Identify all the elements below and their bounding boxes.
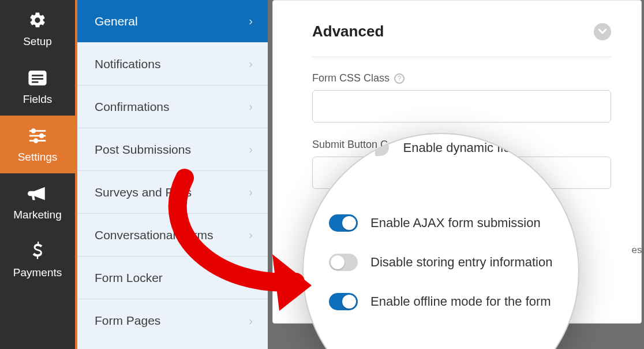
chevron-right-icon: › (249, 57, 253, 70)
nav-fields[interactable]: Fields (0, 58, 75, 116)
submenu-label: Form Pages (95, 314, 160, 328)
nav-label: Setup (23, 35, 52, 48)
sliders-icon (27, 125, 48, 146)
nav-label: Fields (23, 93, 53, 106)
nav-label: Payments (13, 266, 62, 279)
form-css-class-input[interactable] (312, 90, 611, 122)
nav-rail: Setup Fields Settings Marketing Payments (0, 0, 75, 349)
panel-title: Advanced (312, 23, 384, 40)
submenu-label: Conversational Forms (95, 228, 213, 242)
submenu-label: Form Locker (95, 271, 163, 285)
submenu-confirmations[interactable]: Confirmations › (77, 86, 268, 128)
panel-header[interactable]: Advanced (312, 23, 611, 57)
toggle-ajax[interactable] (329, 214, 358, 232)
chevron-right-icon: › (249, 314, 253, 328)
chevron-right-icon: › (249, 228, 253, 242)
chevron-right-icon: › (249, 14, 253, 28)
submenu-label: Notifications (95, 57, 160, 71)
submenu-label: Post Submissions (95, 143, 191, 157)
submenu-post-submissions[interactable]: Post Submissions › (77, 128, 268, 171)
option-offline-mode[interactable]: Enable offline mode for the form (329, 282, 553, 321)
list-icon (27, 68, 48, 88)
submenu-form-locker[interactable]: Form Locker › (77, 257, 268, 299)
chevron-right-icon: › (249, 100, 253, 113)
toggle-disable-storing[interactable] (329, 254, 358, 271)
toggle-offline-mode[interactable] (329, 293, 358, 310)
submenu-form-pages[interactable]: Form Pages › (77, 299, 268, 342)
option-ajax-submission[interactable]: Enable AJAX form submission (329, 203, 553, 243)
submenu-surveys-polls[interactable]: Surveys and Polls › (77, 171, 268, 214)
nav-label: Settings (18, 151, 58, 164)
nav-setup[interactable]: Setup (0, 0, 75, 58)
nav-marketing[interactable]: Marketing (0, 173, 75, 231)
svg-point-7 (40, 134, 43, 138)
truncated-text: ess (632, 244, 644, 256)
chevron-right-icon: › (249, 143, 253, 156)
submenu-general[interactable]: General › (77, 0, 268, 43)
submenu-label: General (95, 14, 138, 28)
bullhorn-icon (27, 183, 48, 204)
nav-label: Marketing (13, 209, 61, 221)
option-disable-storing[interactable]: Disable storing entry information (329, 243, 553, 282)
help-icon[interactable]: ? (394, 73, 405, 84)
form-css-class-label: Form CSS Class ? (312, 72, 611, 84)
chevron-down-icon[interactable] (594, 23, 611, 40)
settings-submenu: General › Notifications › Confirmations … (75, 0, 268, 349)
gear-icon (27, 10, 48, 31)
svg-point-9 (34, 139, 38, 143)
nav-payments[interactable]: Payments (0, 231, 75, 289)
nav-settings[interactable]: Settings (0, 116, 75, 173)
submenu-notifications[interactable]: Notifications › (77, 43, 268, 86)
chevron-right-icon: › (249, 185, 253, 199)
chevron-right-icon: › (249, 271, 253, 284)
svg-point-5 (32, 129, 35, 133)
submenu-label: Surveys and Polls (95, 185, 192, 199)
dollar-icon (27, 241, 48, 262)
submenu-conversational-forms[interactable]: Conversational Forms › (77, 214, 268, 257)
submenu-label: Confirmations (95, 100, 170, 114)
